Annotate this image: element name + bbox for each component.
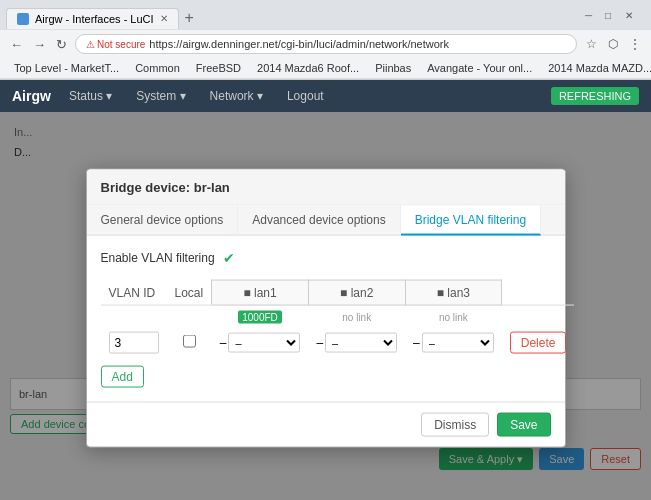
browser-tab[interactable]: Airgw - Interfaces - LuCI ✕ <box>6 8 179 29</box>
extensions-icon[interactable]: ⬡ <box>605 36 621 52</box>
vlan-id-cell <box>101 328 167 358</box>
tab-general-label: General device options <box>101 213 224 227</box>
lan3-port-select[interactable]: – tagged untagged <box>422 333 494 353</box>
lan1-header: ■ lan1 <box>212 280 309 305</box>
bookmark-0[interactable]: Top Level - MarketT... <box>8 60 125 76</box>
vlan-id-sub <box>101 305 167 328</box>
bookmark-3[interactable]: 2014 Mazda6 Roof... <box>251 60 365 76</box>
lan1-port-select[interactable]: – tagged untagged <box>228 333 300 353</box>
tab-close-icon[interactable]: ✕ <box>160 13 168 24</box>
dismiss-button[interactable]: Dismiss <box>421 413 489 437</box>
bookmark-5[interactable]: Avangate - Your onl... <box>421 60 538 76</box>
lan1-select-row: – – tagged untagged <box>220 333 301 353</box>
lan2-dash: – <box>316 336 323 350</box>
local-checkbox[interactable] <box>183 335 196 348</box>
bookmark-star-icon[interactable]: ☆ <box>583 36 599 52</box>
lan1-speed-badge: 1000FD <box>238 311 282 324</box>
address-bar-row: ← → ↻ ⚠ Not secure https://airgw.denning… <box>0 30 651 58</box>
tab-label: Airgw - Interfaces - LuCI <box>35 13 154 25</box>
action-sub <box>502 305 575 328</box>
tab-bridge-vlan-filtering[interactable]: Bridge VLAN filtering <box>401 206 541 236</box>
nav-network[interactable]: Network ▾ <box>204 89 269 103</box>
lan3-select-row: – – tagged untagged <box>413 333 494 353</box>
bookmarks-bar: Top Level - MarketT... Common FreeBSD 20… <box>0 58 651 79</box>
action-header <box>502 280 575 305</box>
bookmark-6[interactable]: 2014 Mazda MAZD... <box>542 60 651 76</box>
reload-button[interactable]: ↻ <box>54 35 69 54</box>
bookmark-2[interactable]: FreeBSD <box>190 60 247 76</box>
tab-advanced-label: Advanced device options <box>252 213 385 227</box>
modal-footer: Dismiss Save <box>87 402 565 447</box>
local-sub <box>167 305 212 328</box>
lan3-header: ■ lan3 <box>405 280 502 305</box>
local-header: Local <box>167 280 212 305</box>
modal-save-button[interactable]: Save <box>497 413 550 437</box>
tab-favicon <box>17 13 29 25</box>
forward-button[interactable]: → <box>31 35 48 54</box>
lan3-no-link: no link <box>439 312 468 323</box>
lan2-header: ■ lan2 <box>308 280 405 305</box>
lan1-dash: – <box>220 336 227 350</box>
local-checkbox-cell <box>167 328 212 358</box>
tab-bar: Airgw - Interfaces - LuCI ✕ + ─ □ ✕ <box>0 0 651 30</box>
warning-icon: ⚠ <box>86 39 95 50</box>
tab-general-device-options[interactable]: General device options <box>87 206 239 235</box>
lan3-status-cell: no link <box>405 305 502 328</box>
enable-vlan-label: Enable VLAN filtering <box>101 251 215 265</box>
maximize-icon[interactable]: □ <box>605 10 617 22</box>
lan1-speed-cell: 1000FD <box>212 305 309 328</box>
window-controls: ─ □ ✕ <box>585 10 645 26</box>
nav-brand: Airgw <box>12 88 51 104</box>
lan2-select-row: – – tagged untagged <box>316 333 397 353</box>
browser-chrome: Airgw - Interfaces - LuCI ✕ + ─ □ ✕ ← → … <box>0 0 651 80</box>
lan2-status-cell: no link <box>308 305 405 328</box>
delete-button[interactable]: Delete <box>510 332 567 354</box>
vlan-id-input[interactable] <box>109 332 159 354</box>
enable-vlan-row: Enable VLAN filtering ✔ <box>101 250 551 266</box>
more-icon[interactable]: ⋮ <box>627 36 643 52</box>
vlan-enabled-checkmark: ✔ <box>223 250 235 266</box>
lan1-port-icon: ■ <box>243 286 250 300</box>
url-text: https://airgw.denninger.net/cgi-bin/luci… <box>149 38 449 50</box>
back-button[interactable]: ← <box>8 35 25 54</box>
toolbar-icons: ☆ ⬡ ⋮ <box>583 36 643 52</box>
lan3-dash: – <box>413 336 420 350</box>
table-row: – – tagged untagged <box>101 328 575 358</box>
lan2-no-link: no link <box>342 312 371 323</box>
tab-advanced-device-options[interactable]: Advanced device options <box>238 206 400 235</box>
bookmark-1[interactable]: Common <box>129 60 186 76</box>
page-wrapper: Airgw - Interfaces - LuCI ✕ + ─ □ ✕ ← → … <box>0 0 651 500</box>
lan2-select-cell: – – tagged untagged <box>308 328 405 358</box>
lan3-select-cell: – – tagged untagged <box>405 328 502 358</box>
vlan-table: VLAN ID Local ■ lan1 ■ lan2 ■ lan3 <box>101 280 575 358</box>
address-bar[interactable]: ⚠ Not secure https://airgw.denninger.net… <box>75 34 577 54</box>
not-secure-indicator: ⚠ Not secure <box>86 39 145 50</box>
lan3-port-icon: ■ <box>437 286 444 300</box>
bookmark-4[interactable]: Piinbas <box>369 60 417 76</box>
lan2-port-select[interactable]: – tagged untagged <box>325 333 397 353</box>
nav-status[interactable]: Status ▾ <box>63 89 118 103</box>
top-nav: Airgw Status ▾ System ▾ Network ▾ Logout… <box>0 80 651 112</box>
content-area: Airgw Status ▾ System ▾ Network ▾ Logout… <box>0 80 651 500</box>
add-button[interactable]: Add <box>101 366 144 388</box>
delete-cell: Delete <box>502 328 575 358</box>
modal-title: Bridge device: br-lan <box>87 170 565 206</box>
modal-dialog: Bridge device: br-lan General device opt… <box>86 169 566 448</box>
modal-tabs: General device options Advanced device o… <box>87 206 565 236</box>
nav-logout[interactable]: Logout <box>281 89 330 103</box>
lan1-select-cell: – – tagged untagged <box>212 328 309 358</box>
nav-system[interactable]: System ▾ <box>130 89 191 103</box>
page-background: In... D... br-lan Network device 50:EB:F… <box>0 112 651 500</box>
close-icon[interactable]: ✕ <box>625 10 637 22</box>
tab-bridge-vlan-label: Bridge VLAN filtering <box>415 213 526 227</box>
not-secure-label: Not secure <box>97 39 145 50</box>
vlan-id-header: VLAN ID <box>101 280 167 305</box>
minimize-icon[interactable]: ─ <box>585 10 597 22</box>
lan2-port-icon: ■ <box>340 286 347 300</box>
new-tab-button[interactable]: + <box>179 9 200 27</box>
modal-body: Enable VLAN filtering ✔ VLAN ID Local ■ … <box>87 236 565 402</box>
refresh-button[interactable]: REFRESHING <box>551 87 639 105</box>
